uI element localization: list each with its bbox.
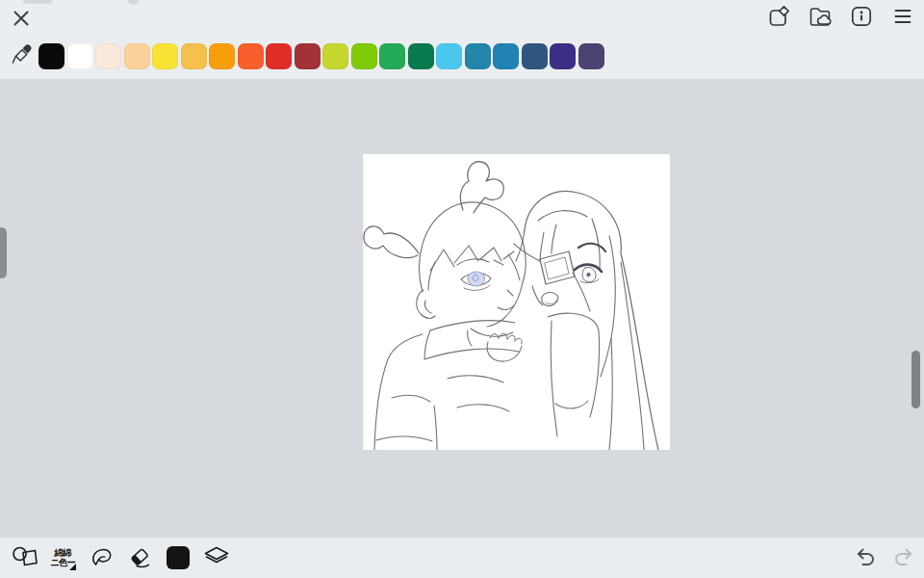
color-swatch-muted-purple[interactable] — [578, 43, 604, 69]
color-swatches — [38, 43, 604, 69]
brush-preset-corner-triangle — [69, 564, 76, 570]
color-swatch-white[interactable] — [67, 43, 93, 69]
layers-icon — [203, 543, 230, 573]
color-swatch-indigo[interactable] — [550, 43, 576, 69]
color-swatch-yellow-green[interactable] — [322, 43, 348, 69]
info-icon — [850, 5, 873, 31]
drawing-canvas[interactable] — [363, 154, 670, 450]
left-slider-handle[interactable] — [0, 227, 7, 278]
undo-icon — [855, 545, 878, 571]
finger-draw-icon — [89, 544, 114, 572]
undo-button[interactable] — [854, 545, 879, 570]
eyedropper-button[interactable] — [10, 43, 35, 69]
color-swatch-medium-green[interactable] — [379, 43, 405, 69]
color-swatch-red-orange[interactable] — [238, 43, 264, 69]
menu-icon — [892, 6, 913, 30]
app-screen: 綿綿 ニ色ー — [0, 0, 924, 578]
color-swatch-dark-green[interactable] — [408, 43, 434, 69]
shapes-tool-button[interactable] — [11, 544, 38, 571]
canvas-area — [0, 79, 924, 537]
color-swatch-black[interactable] — [38, 43, 64, 69]
cloud-folder-button[interactable] — [808, 6, 832, 29]
close-icon — [9, 6, 34, 34]
color-swatch-green[interactable] — [351, 43, 377, 69]
color-swatch-yellow[interactable] — [152, 43, 178, 69]
palette-row — [10, 43, 604, 69]
color-swatch-peach[interactable] — [124, 43, 150, 69]
color-swatch-ocean-blue[interactable] — [493, 43, 519, 69]
eraser-tool-button[interactable] — [126, 544, 153, 571]
color-swatch-steel-blue[interactable] — [522, 43, 548, 69]
info-button[interactable] — [850, 6, 873, 29]
shapes-icon — [11, 543, 38, 573]
status-bar-remnant — [128, 0, 139, 5]
tools-right — [854, 545, 924, 570]
close-button[interactable] — [8, 6, 35, 33]
brush-preset-button[interactable]: 綿綿 ニ色ー — [49, 544, 76, 571]
redo-button[interactable] — [890, 545, 915, 570]
top-actions — [767, 6, 914, 29]
cloud-folder-icon — [808, 5, 832, 31]
current-color-swatch[interactable] — [165, 544, 192, 571]
color-swatch-red[interactable] — [266, 43, 292, 69]
status-bar-remnant — [23, 0, 52, 4]
top-bar — [0, 0, 924, 79]
color-swatch-orange[interactable] — [209, 43, 235, 69]
menu-button[interactable] — [891, 6, 914, 29]
export-icon — [767, 5, 790, 31]
bottom-toolbar: 綿綿 ニ色ー — [0, 537, 924, 578]
color-swatch-teal-blue[interactable] — [465, 43, 491, 69]
layers-button[interactable] — [203, 544, 230, 571]
color-swatch-cream[interactable] — [95, 43, 121, 69]
eraser-icon — [127, 544, 152, 572]
current-color-fill — [167, 546, 190, 569]
color-swatch-amber[interactable] — [181, 43, 207, 69]
tools-left: 綿綿 ニ色ー — [0, 544, 230, 571]
right-slider-handle[interactable] — [911, 351, 920, 408]
finger-draw-tool-button[interactable] — [88, 544, 115, 571]
export-button[interactable] — [767, 6, 790, 29]
color-swatch-dark-red[interactable] — [295, 43, 321, 69]
eyedropper-icon — [10, 42, 35, 70]
color-swatch-cyan[interactable] — [436, 43, 462, 69]
artwork — [363, 154, 670, 450]
redo-icon — [891, 545, 914, 571]
